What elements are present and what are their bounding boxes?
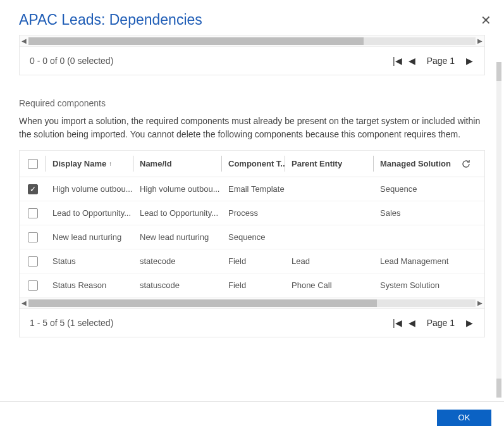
required-horizontal-scrollbar[interactable]: ◀ ▶	[20, 298, 484, 309]
first-page-icon[interactable]: |◀	[391, 317, 403, 329]
cell-display-name: Lead to Opportunity...	[46, 201, 133, 225]
cell-display-name: New lead nurturing	[46, 225, 133, 249]
first-page-icon[interactable]: |◀	[391, 54, 403, 67]
required-pager-status: 1 - 5 of 5 (1 selected)	[30, 318, 391, 328]
table-row[interactable]: StatusstatecodeFieldLeadLead Management	[20, 249, 484, 273]
required-description: When you import a solution, the required…	[19, 115, 485, 141]
cell-display-name: High volume outbou...	[46, 177, 133, 201]
dialog-footer: OK	[0, 401, 504, 433]
col-display-name[interactable]: Display Name ↑	[46, 151, 133, 177]
table-header: Display Name ↑ Name/Id Component T... Pa…	[20, 151, 484, 177]
table-row[interactable]: Lead to Opportunity...Lead to Opportunit…	[20, 201, 484, 225]
cell-component-type: Field	[222, 273, 285, 297]
required-table: Display Name ↑ Name/Id Component T... Pa…	[20, 151, 484, 298]
cell-parent-entity	[285, 177, 374, 201]
prev-page-icon[interactable]: ◀	[407, 54, 417, 67]
vertical-scroll-thumb-bottom[interactable]	[496, 379, 501, 398]
cell-name-id: statuscode	[133, 273, 222, 297]
col-display-name-label: Display Name	[52, 159, 106, 168]
vertical-scrollbar[interactable]	[496, 62, 501, 398]
ok-button[interactable]: OK	[437, 410, 491, 426]
scroll-track[interactable]	[28, 37, 476, 45]
cell-display-name: Status Reason	[46, 273, 133, 297]
row-checkbox[interactable]	[28, 208, 38, 218]
required-page-label: Page 1	[427, 318, 455, 328]
select-all-checkbox[interactable]	[28, 159, 38, 169]
cell-name-id: statecode	[133, 249, 222, 273]
col-managed-solution-label: Managed Solution	[380, 159, 451, 168]
next-page-icon[interactable]: ▶	[465, 54, 474, 67]
top-section: ◀ ▶ 0 - 0 of 0 (0 selected) |◀ ◀ Page 1 …	[19, 35, 485, 75]
required-heading: Required components	[19, 98, 485, 108]
cell-parent-entity: Phone Call	[285, 273, 374, 297]
row-checkbox[interactable]	[28, 232, 38, 242]
close-button[interactable]: ✕	[481, 14, 491, 27]
scroll-right-icon[interactable]: ▶	[476, 299, 484, 306]
required-pager: 1 - 5 of 5 (1 selected) |◀ ◀ Page 1 ▶	[20, 309, 484, 337]
next-page-icon[interactable]: ▶	[465, 317, 474, 329]
cell-managed-solution: Sales	[374, 201, 456, 225]
top-pager: 0 - 0 of 0 (0 selected) |◀ ◀ Page 1 ▶	[20, 47, 484, 75]
scroll-left-icon[interactable]: ◀	[20, 37, 28, 44]
scroll-thumb[interactable]	[28, 37, 364, 45]
scroll-track[interactable]	[28, 299, 476, 307]
cell-component-type: Process	[222, 201, 285, 225]
vertical-scroll-thumb-top[interactable]	[496, 62, 501, 81]
table-row[interactable]: Status ReasonstatuscodeFieldPhone CallSy…	[20, 273, 484, 298]
cell-managed-solution	[374, 225, 456, 249]
cell-component-type: Email Template	[222, 177, 285, 201]
table-row[interactable]: ✓High volume outbou...High volume outbou…	[20, 177, 484, 201]
col-name-id[interactable]: Name/Id	[133, 151, 222, 177]
top-horizontal-scrollbar[interactable]: ◀ ▶	[20, 35, 484, 47]
scroll-left-icon[interactable]: ◀	[20, 299, 28, 306]
cell-name-id: Lead to Opportunity...	[133, 201, 222, 225]
scroll-right-icon[interactable]: ▶	[476, 37, 484, 44]
sort-asc-icon: ↑	[109, 160, 112, 167]
cell-parent-entity	[285, 201, 374, 225]
cell-managed-solution: Lead Management	[374, 249, 456, 273]
scroll-thumb[interactable]	[28, 299, 377, 307]
cell-name-id: New lead nurturing	[133, 225, 222, 249]
dialog-title: APAC Leads: Dependencies	[0, 0, 504, 35]
refresh-icon[interactable]	[461, 159, 471, 169]
row-checkbox[interactable]: ✓	[28, 184, 38, 194]
cell-name-id: High volume outbou...	[133, 177, 222, 201]
col-name-id-label: Name/Id	[140, 159, 172, 168]
cell-parent-entity	[285, 225, 374, 249]
cell-component-type: Field	[222, 249, 285, 273]
top-page-label: Page 1	[427, 56, 455, 66]
cell-managed-solution: System Solution	[374, 273, 456, 297]
col-component-type[interactable]: Component T...	[222, 151, 285, 177]
col-managed-solution[interactable]: Managed Solution	[374, 151, 456, 177]
col-component-type-label: Component T...	[228, 159, 285, 168]
row-checkbox[interactable]	[28, 256, 38, 267]
prev-page-icon[interactable]: ◀	[407, 317, 417, 329]
required-section: Display Name ↑ Name/Id Component T... Pa…	[19, 150, 485, 337]
table-row[interactable]: New lead nurturingNew lead nurturingSequ…	[20, 225, 484, 249]
top-pager-status: 0 - 0 of 0 (0 selected)	[30, 56, 391, 66]
cell-component-type: Sequence	[222, 225, 285, 249]
cell-managed-solution: Sequence	[374, 177, 456, 201]
col-parent-entity-label: Parent Entity	[292, 159, 342, 168]
row-checkbox[interactable]	[28, 280, 38, 291]
col-parent-entity[interactable]: Parent Entity	[285, 151, 374, 177]
cell-parent-entity: Lead	[285, 249, 374, 273]
cell-display-name: Status	[46, 249, 133, 273]
